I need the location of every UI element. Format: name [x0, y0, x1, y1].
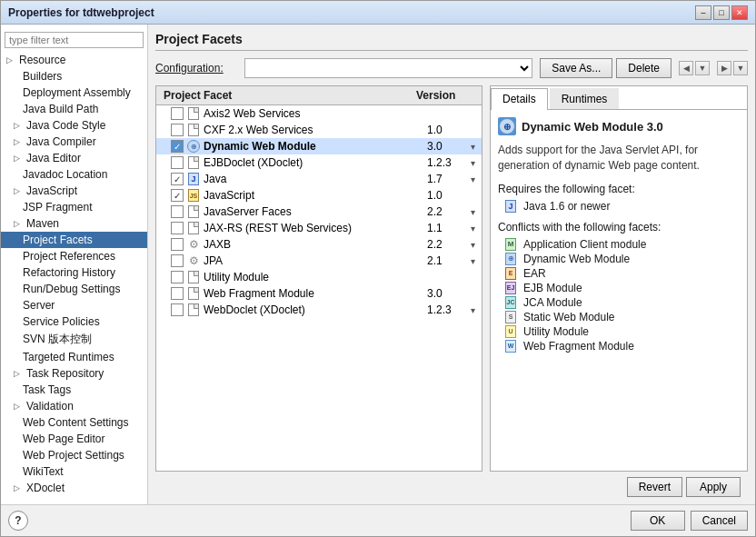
sidebar-item-label: Run/Debug Settings [23, 283, 120, 295]
sidebar-item-targeted-runtimes[interactable]: Targeted Runtimes [1, 349, 147, 365]
facet-version: 1.0 [427, 189, 463, 202]
facets-header: Project Facet Version [156, 86, 482, 105]
sidebar-item-svn[interactable]: SVN 版本控制 [1, 330, 147, 349]
ejb-icon: EJ [505, 282, 518, 294]
facet-checkbox[interactable] [171, 107, 184, 120]
nav-back-button[interactable]: ◀ [679, 61, 693, 75]
sidebar-item-project-facets[interactable]: Project Facets [1, 232, 147, 248]
tab-details[interactable]: Details [491, 88, 548, 110]
sidebar-item-project-references[interactable]: Project References [1, 248, 147, 264]
requires-label: Requires the following facet: [498, 183, 740, 195]
arrow-icon: ▷ [14, 483, 23, 492]
table-row[interactable]: ⚙ JPA 2.1 ▾ [156, 253, 482, 269]
cancel-button[interactable]: Cancel [691, 511, 748, 531]
delete-button[interactable]: Delete [616, 58, 671, 78]
table-row[interactable]: JavaServer Faces 2.2 ▾ [156, 204, 482, 220]
table-row[interactable]: ✓ ⊕ Dynamic Web Module 3.0 ▾ [156, 138, 482, 154]
sidebar-item-resource[interactable]: ▷ Resource [1, 52, 147, 68]
config-select[interactable] [244, 58, 532, 78]
sidebar-item-javadoc-location[interactable]: Javadoc Location [1, 166, 147, 183]
sidebar-item-web-project-settings[interactable]: Web Project Settings [1, 447, 147, 463]
sidebar-item-label: Task Repository [26, 367, 104, 380]
sidebar-item-label: Project References [23, 250, 115, 263]
sidebar-item-java-editor[interactable]: ▷ Java Editor [1, 150, 147, 166]
nav-dropdown-button[interactable]: ▼ [695, 61, 710, 75]
details-conflict-item: M Application Client module [498, 237, 740, 252]
sidebar-item-web-content-settings[interactable]: Web Content Settings [1, 414, 147, 431]
details-conflict-item: W Web Fragment Module [498, 339, 740, 353]
js-icon: JS [187, 189, 200, 202]
details-conflict-item: S Static Web Module [498, 310, 740, 324]
sidebar-item-server[interactable]: Server [1, 297, 147, 313]
minimize-button[interactable]: – [695, 5, 711, 20]
sidebar-item-task-tags[interactable]: Task Tags [1, 382, 147, 398]
facet-version-arrow: ▾ [467, 174, 478, 184]
sidebar-item-maven[interactable]: ▷ Maven [1, 215, 147, 232]
details-module-title: Dynamic Web Module 3.0 [522, 120, 663, 134]
maximize-button[interactable]: □ [713, 5, 730, 20]
facet-checkbox[interactable]: ✓ [171, 189, 184, 202]
table-row[interactable]: WebDoclet (XDoclet) 1.2.3 ▾ [156, 302, 482, 318]
facet-version-arrow: ▾ [467, 256, 478, 266]
sidebar-item-javascript[interactable]: ▷ JavaScript [1, 183, 147, 199]
sidebar-item-label: Web Content Settings [23, 416, 129, 429]
sidebar-item-wikitext[interactable]: WikiText [1, 463, 147, 480]
facet-checkbox[interactable] [171, 222, 184, 234]
facet-checkbox[interactable] [171, 205, 184, 218]
table-row[interactable]: Axis2 Web Services [156, 105, 482, 122]
sidebar-item-refactoring-history[interactable]: Refactoring History [1, 264, 147, 281]
facet-version-arrow: ▾ [467, 207, 478, 217]
java-icon: J [187, 173, 200, 185]
facet-checkbox[interactable]: ✓ [171, 140, 184, 153]
table-row[interactable]: ⚙ JAXB 2.2 ▾ [156, 236, 482, 253]
sidebar-item-label: Task Tags [23, 383, 71, 396]
help-button[interactable]: ? [8, 511, 28, 531]
sidebar-item-builders[interactable]: Builders [1, 68, 147, 85]
table-row[interactable]: Utility Module [156, 269, 482, 285]
facet-checkbox[interactable] [171, 303, 184, 316]
sidebar-item-service-policies[interactable]: Service Policies [1, 313, 147, 330]
facet-checkbox[interactable] [171, 271, 184, 283]
sidebar-item-run-debug-settings[interactable]: Run/Debug Settings [1, 281, 147, 297]
page-icon [187, 303, 200, 316]
sidebar-item-web-page-editor[interactable]: Web Page Editor [1, 431, 147, 447]
sidebar-item-java-build-path[interactable]: Java Build Path [1, 101, 147, 117]
ok-button[interactable]: OK [631, 511, 685, 531]
table-row[interactable]: Web Fragment Module 3.0 [156, 285, 482, 302]
web-icon: ⊕ [187, 140, 200, 153]
sidebar-item-label: Targeted Runtimes [23, 351, 114, 363]
facet-checkbox[interactable] [171, 238, 184, 251]
revert-button[interactable]: Revert [627, 477, 682, 497]
facet-checkbox[interactable] [171, 124, 184, 136]
table-row[interactable]: CXF 2.x Web Services 1.0 [156, 122, 482, 138]
close-button[interactable]: ✕ [731, 5, 748, 20]
table-row[interactable]: ✓ J Java 1.7 ▾ [156, 171, 482, 187]
conflicts-label: Conflicts with the following facets: [498, 221, 740, 234]
gear-icon: ⚙ [187, 254, 200, 267]
facet-checkbox[interactable] [171, 156, 184, 169]
table-row[interactable]: JAX-RS (REST Web Services) 1.1 ▾ [156, 220, 482, 236]
nav-forward-button[interactable]: ▶ [717, 61, 731, 75]
table-row[interactable]: EJBDoclet (XDoclet) 1.2.3 ▾ [156, 154, 482, 171]
nav-forward-dropdown-button[interactable]: ▼ [733, 61, 748, 75]
sidebar-item-jsp-fragment[interactable]: JSP Fragment [1, 199, 147, 215]
sidebar-item-label: Java Build Path [23, 103, 98, 115]
sidebar-item-deployment-assembly[interactable]: Deployment Assembly [1, 85, 147, 101]
sidebar-item-java-code-style[interactable]: ▷ Java Code Style [1, 117, 147, 134]
save-as-button[interactable]: Save As... [540, 58, 612, 78]
facet-checkbox[interactable]: ✓ [171, 173, 184, 185]
sidebar-item-validation[interactable]: ▷ Validation [1, 398, 147, 414]
sidebar-item-xdoclet[interactable]: ▷ XDoclet [1, 480, 147, 496]
page-icon [187, 287, 200, 300]
tab-runtimes[interactable]: Runtimes [550, 88, 620, 109]
sidebar-item-task-repository[interactable]: ▷ Task Repository [1, 365, 147, 382]
table-row[interactable]: ✓ JS JavaScript 1.0 [156, 187, 482, 204]
filter-input[interactable] [5, 32, 144, 48]
sidebar-item-java-compiler[interactable]: ▷ Java Compiler [1, 134, 147, 150]
facet-checkbox[interactable] [171, 287, 184, 300]
sidebar-item-label: XDoclet [26, 482, 65, 494]
sidebar-item-label: Deployment Assembly [23, 86, 131, 99]
nav-arrows: ◀ ▼ ▶ ▼ [679, 61, 748, 75]
apply-button[interactable]: Apply [686, 477, 741, 497]
facet-checkbox[interactable] [171, 254, 184, 267]
